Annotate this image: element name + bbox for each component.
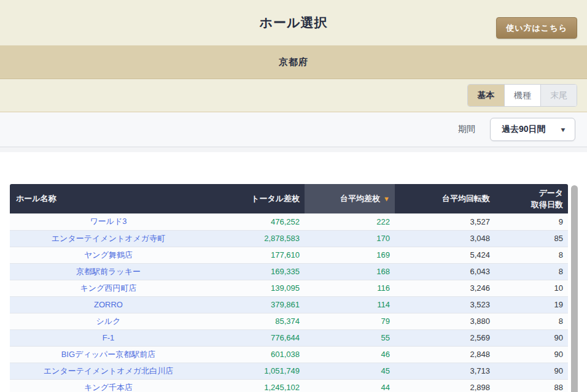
hall-name-link[interactable]: エンターテイメントオメガ寺町 [10, 230, 207, 247]
avg-diff-value: 55 [305, 329, 395, 346]
avg-spins-value: 3,246 [395, 280, 495, 296]
help-button[interactable]: 使い方はこちら [496, 17, 577, 39]
tab-row: 基本 機種 末尾 [0, 79, 587, 112]
table-row: 京都駅前ラッキー 169,335 168 6,043 8 [10, 263, 568, 280]
avg-diff-value: 222 [305, 213, 395, 230]
total-diff-value: 776,644 [207, 329, 305, 346]
data-days-value: 8 [495, 313, 568, 329]
data-days-value: 90 [495, 329, 568, 346]
avg-diff-value: 45 [305, 363, 395, 379]
tab-models[interactable]: 機種 [504, 85, 540, 106]
hall-name-link[interactable]: ヤング舞鶴店 [10, 247, 207, 263]
data-days-value: 8 [495, 263, 568, 280]
hall-name-link[interactable]: キング千本店 [10, 379, 207, 392]
table-scrollbar[interactable] [571, 185, 578, 392]
hall-name-link[interactable]: キング西円町店 [10, 280, 207, 296]
data-days-value: 90 [495, 346, 568, 363]
data-days-value: 19 [495, 296, 568, 313]
period-label: 期間 [458, 124, 475, 135]
total-diff-value: 1,245,102 [207, 379, 305, 392]
hall-name-link[interactable]: ZORRO [10, 296, 207, 313]
data-days-value: 85 [495, 230, 568, 247]
sort-desc-icon: ▼ [383, 195, 390, 202]
total-diff-value: 169,335 [207, 263, 305, 280]
total-diff-value: 379,861 [207, 296, 305, 313]
avg-diff-value: 44 [305, 379, 395, 392]
total-diff-value: 476,252 [207, 213, 305, 230]
total-diff-value: 85,374 [207, 313, 305, 329]
table-row: ヤング舞鶴店 177,610 169 5,424 8 [10, 247, 568, 263]
avg-spins-value: 2,898 [395, 379, 495, 392]
region-bar: 京都府 [0, 45, 587, 79]
avg-diff-value: 170 [305, 230, 395, 247]
hall-table: ホール名称 トータル差枚 台平均差枚▼ 台平均回転数 データ 取得日数 ワールド… [10, 184, 568, 392]
hall-name-link[interactable]: ワールド3 [10, 213, 207, 230]
avg-diff-value: 79 [305, 313, 395, 329]
data-days-value: 9 [495, 213, 568, 230]
avg-diff-value: 169 [305, 247, 395, 263]
table-row: ワールド3 476,252 222 3,527 9 [10, 213, 568, 230]
view-tab-group: 基本 機種 末尾 [467, 84, 577, 107]
tab-suffix[interactable]: 末尾 [540, 85, 577, 106]
tab-basic[interactable]: 基本 [468, 85, 504, 106]
table-row: キング西円町店 139,095 116 3,246 10 [10, 280, 568, 296]
data-days-value: 90 [495, 363, 568, 379]
avg-spins-value: 3,713 [395, 363, 495, 379]
column-header-avg-diff[interactable]: 台平均差枚▼ [305, 184, 395, 213]
total-diff-value: 2,878,583 [207, 230, 305, 247]
table-row: シルク 85,374 79 3,880 8 [10, 313, 568, 329]
data-days-value: 10 [495, 280, 568, 296]
avg-spins-value: 2,848 [395, 346, 495, 363]
app-header: ホール選択 使い方はこちら [0, 0, 587, 45]
table-row: エンターテイメントオメガ寺町 2,878,583 170 3,048 85 [10, 230, 568, 247]
column-header-avg-diff-label: 台平均差枚 [340, 194, 380, 203]
period-row: 期間 過去90日間 ▼ [0, 112, 587, 147]
avg-diff-value: 114 [305, 296, 395, 313]
avg-spins-value: 2,569 [395, 329, 495, 346]
period-selected-value: 過去90日間 [502, 124, 546, 135]
hall-name-link[interactable]: シルク [10, 313, 207, 329]
hall-name-link[interactable]: エンターテイメントオメガ北白川店 [10, 363, 207, 379]
table-row: F-1 776,644 55 2,569 90 [10, 329, 568, 346]
total-diff-value: 139,095 [207, 280, 305, 296]
hall-name-link[interactable]: F-1 [10, 329, 207, 346]
chevron-down-icon: ▼ [559, 126, 566, 133]
avg-spins-value: 5,424 [395, 247, 495, 263]
column-header-hall-name[interactable]: ホール名称 [10, 184, 207, 213]
table-row: キング千本店 1,245,102 44 2,898 88 [10, 379, 568, 392]
avg-diff-value: 116 [305, 280, 395, 296]
avg-spins-value: 3,523 [395, 296, 495, 313]
avg-diff-value: 46 [305, 346, 395, 363]
data-days-value: 8 [495, 247, 568, 263]
hall-table-body: ワールド3 476,252 222 3,527 9 エンターテイメントオメガ寺町… [10, 213, 568, 392]
column-header-avg-spins[interactable]: 台平均回転数 [395, 184, 495, 213]
avg-diff-value: 168 [305, 263, 395, 280]
avg-spins-value: 6,043 [395, 263, 495, 280]
table-row: ZORRO 379,861 114 3,523 19 [10, 296, 568, 313]
total-diff-value: 1,051,749 [207, 363, 305, 379]
table-header-row: ホール名称 トータル差枚 台平均差枚▼ 台平均回転数 データ 取得日数 [10, 184, 568, 213]
column-header-total-diff[interactable]: トータル差枚 [207, 184, 305, 213]
hall-table-container: ホール名称 トータル差枚 台平均差枚▼ 台平均回転数 データ 取得日数 ワールド… [10, 184, 578, 392]
section-divider [0, 147, 587, 152]
avg-spins-value: 3,527 [395, 213, 495, 230]
avg-spins-value: 3,880 [395, 313, 495, 329]
total-diff-value: 601,038 [207, 346, 305, 363]
hall-name-link[interactable]: BIGディッパー京都駅前店 [10, 346, 207, 363]
avg-spins-value: 3,048 [395, 230, 495, 247]
table-row: BIGディッパー京都駅前店 601,038 46 2,848 90 [10, 346, 568, 363]
table-row: エンターテイメントオメガ北白川店 1,051,749 45 3,713 90 [10, 363, 568, 379]
column-header-data-days[interactable]: データ 取得日数 [495, 184, 568, 213]
period-dropdown[interactable]: 過去90日間 ▼ [490, 118, 575, 141]
hall-name-link[interactable]: 京都駅前ラッキー [10, 263, 207, 280]
total-diff-value: 177,610 [207, 247, 305, 263]
data-days-value: 88 [495, 379, 568, 392]
region-label: 京都府 [279, 56, 308, 68]
